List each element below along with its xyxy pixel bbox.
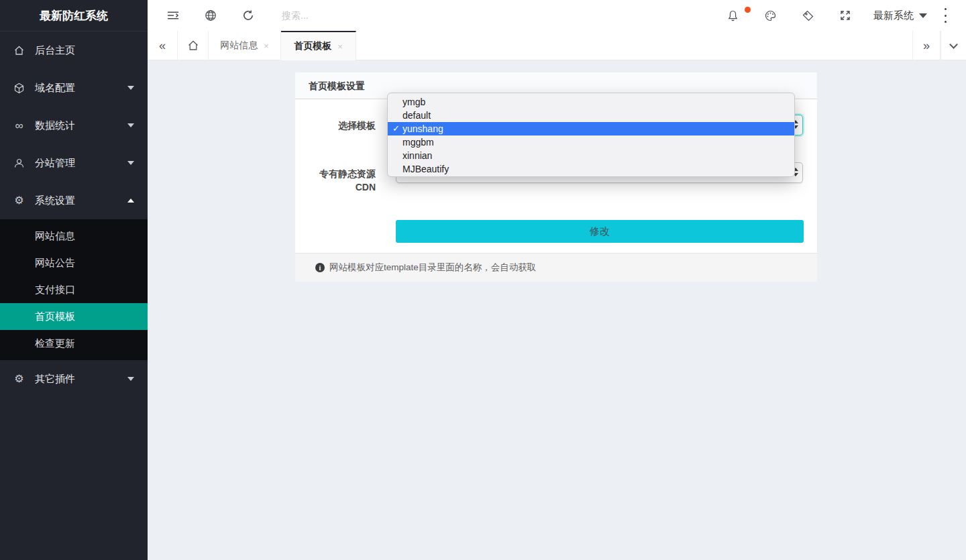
tabbar: « 网站信息 × 首页模板 × » — [148, 31, 966, 60]
chevron-down-icon — [949, 40, 958, 49]
option-ymgb[interactable]: ymgb — [388, 95, 794, 109]
more-menu-icon[interactable] — [945, 8, 947, 23]
system-settings-submenu: 网站信息 网站公告 支付接口 首页模板 检查更新 — [0, 219, 148, 360]
cdn-select-label: 专有静态资源 CDN — [295, 167, 376, 194]
chevron-down-icon — [127, 86, 134, 90]
tab-home-template[interactable]: 首页模板 × — [281, 31, 356, 60]
notification-bell-icon[interactable] — [726, 9, 739, 22]
home-icon — [13, 45, 25, 56]
tab-site-info[interactable]: 网站信息 × — [209, 31, 281, 60]
sidebar-item-substation[interactable]: 分站管理 — [0, 144, 148, 182]
card-footer-note: i 网站模板对应template目录里面的名称，会自动获取 — [295, 253, 817, 282]
palette-icon[interactable] — [763, 9, 777, 22]
tabs-menu-button[interactable] — [941, 31, 966, 60]
tag-icon[interactable] — [801, 9, 814, 22]
chevron-down-icon — [127, 161, 134, 165]
globe-icon[interactable] — [204, 9, 217, 22]
footer-note-text: 网站模板对应template目录里面的名称，会自动获取 — [329, 262, 536, 274]
tab-label: 首页模板 — [294, 40, 331, 52]
submenu-item-home-template[interactable]: 首页模板 — [0, 303, 148, 330]
system-name: 最新系统 — [873, 9, 914, 22]
cube-icon — [13, 82, 25, 94]
close-icon[interactable]: × — [337, 42, 343, 52]
sidebar-item-label: 分站管理 — [35, 157, 75, 170]
tab-label: 网站信息 — [220, 40, 258, 52]
sidebar-item-label: 其它插件 — [35, 373, 75, 386]
gear-icon: ⚙ — [13, 195, 25, 207]
chevron-down-icon — [127, 123, 134, 127]
user-icon — [13, 158, 25, 169]
gear-icon: ⚙ — [13, 374, 25, 385]
tabs-scroll-right-button[interactable]: » — [912, 31, 941, 60]
info-icon: i — [315, 263, 325, 272]
submenu-item-check-update[interactable]: 检查更新 — [0, 330, 148, 357]
template-select-label: 选择模板 — [295, 120, 376, 132]
fullscreen-icon[interactable] — [839, 9, 852, 22]
sidebar: 最新防红系统 后台主页 域名配置 ∞ 数据统计 分站管理 — [0, 0, 148, 560]
double-chevron-right-icon: » — [923, 39, 930, 53]
tab-home[interactable] — [178, 31, 209, 60]
option-default[interactable]: default — [388, 109, 794, 122]
sidebar-item-label: 数据统计 — [35, 119, 75, 132]
sidebar-item-system-settings[interactable]: ⚙ 系统设置 — [0, 182, 148, 219]
tabs-scroll-left-button[interactable]: « — [148, 31, 178, 60]
home-icon — [187, 40, 199, 52]
sidebar-item-data-stats[interactable]: ∞ 数据统计 — [0, 107, 148, 144]
sidebar-item-label: 后台主页 — [35, 44, 75, 57]
caret-down-icon — [919, 13, 927, 18]
notification-dot — [745, 7, 751, 13]
sidebar-item-domain-config[interactable]: 域名配置 — [0, 69, 148, 107]
close-icon[interactable]: × — [264, 41, 269, 51]
infinity-icon: ∞ — [13, 120, 25, 131]
search-input[interactable] — [282, 5, 463, 25]
option-xinnian[interactable]: xinnian — [388, 149, 794, 162]
app-root: 最新防红系统 后台主页 域名配置 ∞ 数据统计 分站管理 — [0, 0, 966, 560]
collapse-menu-icon[interactable] — [166, 9, 180, 22]
template-options-dropdown: ymgb default ✓ yunshang mggbm xinnian MJ… — [387, 93, 795, 177]
chevron-down-icon — [127, 377, 134, 381]
double-chevron-left-icon: « — [159, 39, 166, 53]
sidebar-item-label: 域名配置 — [35, 82, 75, 95]
sidebar-item-dashboard[interactable]: 后台主页 — [0, 32, 148, 69]
system-user-menu[interactable]: 最新系统 — [873, 0, 927, 31]
option-mjbeautify[interactable]: MJBeautify — [388, 162, 794, 176]
app-title: 最新防红系统 — [0, 0, 148, 32]
option-mggbm[interactable]: mggbm — [388, 135, 794, 149]
option-yunshang[interactable]: ✓ yunshang — [388, 122, 794, 135]
submenu-item-payment-api[interactable]: 支付接口 — [0, 276, 148, 303]
sidebar-item-other-plugins[interactable]: ⚙ 其它插件 — [0, 360, 148, 398]
modify-button[interactable]: 修改 — [396, 220, 804, 243]
submenu-item-site-notice[interactable]: 网站公告 — [0, 249, 148, 276]
topbar: 最新系统 — [148, 0, 966, 31]
checkmark-icon: ✓ — [392, 122, 400, 135]
submenu-item-site-info[interactable]: 网站信息 — [0, 223, 148, 249]
chevron-up-icon — [127, 199, 134, 203]
sidebar-item-label: 系统设置 — [35, 194, 75, 207]
refresh-icon[interactable] — [241, 9, 255, 22]
